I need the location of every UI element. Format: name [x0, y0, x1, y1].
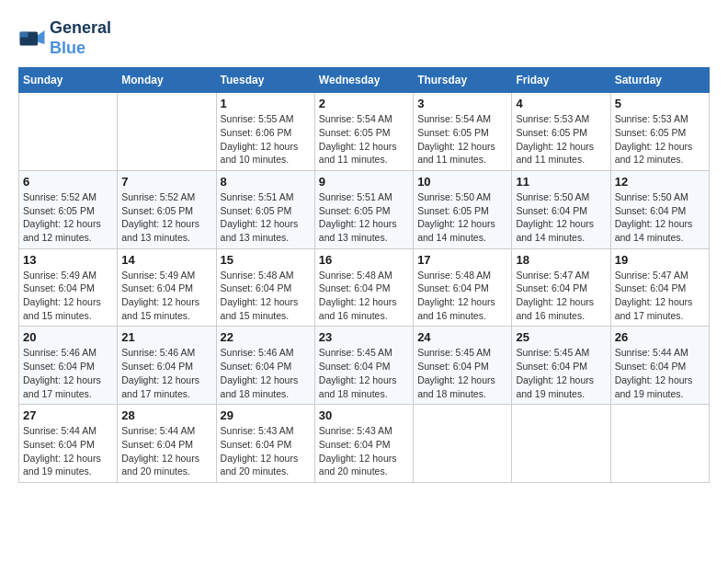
day-info: Sunrise: 5:48 AMSunset: 6:04 PMDaylight:…: [319, 269, 409, 323]
calendar-cell: 2Sunrise: 5:54 AMSunset: 6:05 PMDaylight…: [314, 93, 413, 171]
weekday-friday: Friday: [512, 68, 610, 93]
calendar-body: 1Sunrise: 5:55 AMSunset: 6:06 PMDaylight…: [19, 93, 710, 483]
day-number: 20: [23, 330, 113, 344]
logo-icon: [18, 25, 46, 52]
calendar-cell: 26Sunrise: 5:44 AMSunset: 6:04 PMDayligh…: [610, 327, 709, 405]
calendar-cell: 6Sunrise: 5:52 AMSunset: 6:05 PMDaylight…: [19, 170, 118, 248]
week-row-1: 1Sunrise: 5:55 AMSunset: 6:06 PMDaylight…: [19, 93, 710, 171]
day-number: 2: [319, 97, 409, 110]
calendar-cell: 28Sunrise: 5:44 AMSunset: 6:04 PMDayligh…: [118, 405, 216, 483]
day-info: Sunrise: 5:51 AMSunset: 6:05 PMDaylight:…: [319, 190, 409, 245]
day-number: 27: [23, 408, 113, 422]
calendar-cell: 29Sunrise: 5:43 AMSunset: 6:04 PMDayligh…: [216, 405, 314, 483]
calendar-cell: 11Sunrise: 5:50 AMSunset: 6:04 PMDayligh…: [512, 170, 610, 248]
day-info: Sunrise: 5:45 AMSunset: 6:04 PMDaylight:…: [319, 346, 409, 400]
calendar-cell: 18Sunrise: 5:47 AMSunset: 6:04 PMDayligh…: [512, 248, 610, 327]
day-info: Sunrise: 5:46 AMSunset: 6:04 PMDaylight:…: [221, 346, 311, 400]
calendar-cell: 22Sunrise: 5:46 AMSunset: 6:04 PMDayligh…: [216, 327, 314, 405]
day-number: 17: [417, 253, 507, 267]
day-number: 5: [615, 97, 705, 110]
day-number: 28: [121, 408, 211, 422]
day-number: 24: [417, 330, 507, 344]
day-number: 23: [319, 330, 409, 344]
day-number: 12: [615, 175, 705, 189]
day-number: 4: [516, 97, 606, 110]
calendar-cell: [610, 405, 709, 483]
day-info: Sunrise: 5:47 AMSunset: 6:04 PMDaylight:…: [615, 269, 705, 323]
calendar-cell: 5Sunrise: 5:53 AMSunset: 6:05 PMDaylight…: [610, 93, 709, 171]
day-number: 25: [516, 330, 606, 344]
day-info: Sunrise: 5:45 AMSunset: 6:04 PMDaylight:…: [417, 346, 507, 400]
calendar-cell: [118, 93, 216, 171]
week-row-5: 27Sunrise: 5:44 AMSunset: 6:04 PMDayligh…: [19, 405, 710, 483]
day-info: Sunrise: 5:47 AMSunset: 6:04 PMDaylight:…: [516, 269, 606, 323]
weekday-sunday: Sunday: [19, 68, 118, 93]
calendar-table: SundayMondayTuesdayWednesdayThursdayFrid…: [18, 67, 710, 483]
day-number: 15: [221, 253, 311, 267]
calendar-cell: 9Sunrise: 5:51 AMSunset: 6:05 PMDaylight…: [314, 170, 413, 248]
day-info: Sunrise: 5:44 AMSunset: 6:04 PMDaylight:…: [23, 424, 113, 478]
day-info: Sunrise: 5:43 AMSunset: 6:04 PMDaylight:…: [319, 424, 409, 478]
logo: General Blue: [18, 18, 111, 58]
calendar-cell: [512, 405, 610, 483]
day-info: Sunrise: 5:52 AMSunset: 6:05 PMDaylight:…: [121, 190, 211, 245]
calendar-cell: 17Sunrise: 5:48 AMSunset: 6:04 PMDayligh…: [414, 248, 512, 327]
day-info: Sunrise: 5:44 AMSunset: 6:04 PMDaylight:…: [615, 346, 705, 400]
day-number: 30: [319, 408, 409, 422]
calendar-cell: 14Sunrise: 5:49 AMSunset: 6:04 PMDayligh…: [118, 248, 216, 327]
day-number: 19: [615, 253, 705, 267]
calendar-cell: 15Sunrise: 5:48 AMSunset: 6:04 PMDayligh…: [216, 248, 314, 327]
weekday-header: SundayMondayTuesdayWednesdayThursdayFrid…: [19, 68, 710, 93]
day-info: Sunrise: 5:53 AMSunset: 6:05 PMDaylight:…: [516, 112, 606, 167]
day-info: Sunrise: 5:44 AMSunset: 6:04 PMDaylight:…: [121, 424, 211, 478]
calendar-cell: 30Sunrise: 5:43 AMSunset: 6:04 PMDayligh…: [314, 405, 413, 483]
calendar-cell: 25Sunrise: 5:45 AMSunset: 6:04 PMDayligh…: [512, 327, 610, 405]
calendar-cell: 19Sunrise: 5:47 AMSunset: 6:04 PMDayligh…: [610, 248, 709, 327]
weekday-monday: Monday: [118, 68, 216, 93]
day-number: 29: [221, 408, 311, 422]
day-info: Sunrise: 5:46 AMSunset: 6:04 PMDaylight:…: [23, 346, 113, 400]
day-number: 3: [417, 97, 507, 110]
calendar-cell: 13Sunrise: 5:49 AMSunset: 6:04 PMDayligh…: [19, 248, 118, 327]
svg-rect-2: [20, 31, 28, 37]
calendar-cell: 16Sunrise: 5:48 AMSunset: 6:04 PMDayligh…: [314, 248, 413, 327]
day-number: 1: [221, 97, 311, 110]
day-number: 16: [319, 253, 409, 267]
calendar-cell: [19, 93, 118, 171]
day-number: 22: [221, 330, 311, 344]
calendar-cell: 10Sunrise: 5:50 AMSunset: 6:05 PMDayligh…: [414, 170, 512, 248]
weekday-saturday: Saturday: [610, 68, 709, 93]
day-number: 26: [615, 330, 705, 344]
header: General Blue: [18, 18, 710, 58]
logo-text: General Blue: [50, 18, 111, 58]
week-row-4: 20Sunrise: 5:46 AMSunset: 6:04 PMDayligh…: [19, 327, 710, 405]
day-info: Sunrise: 5:50 AMSunset: 6:05 PMDaylight:…: [417, 190, 507, 245]
day-info: Sunrise: 5:55 AMSunset: 6:06 PMDaylight:…: [221, 112, 311, 167]
day-info: Sunrise: 5:51 AMSunset: 6:05 PMDaylight:…: [221, 190, 311, 245]
day-info: Sunrise: 5:46 AMSunset: 6:04 PMDaylight:…: [121, 346, 211, 400]
day-info: Sunrise: 5:48 AMSunset: 6:04 PMDaylight:…: [221, 269, 311, 323]
calendar-cell: 12Sunrise: 5:50 AMSunset: 6:04 PMDayligh…: [610, 170, 709, 248]
calendar-cell: 1Sunrise: 5:55 AMSunset: 6:06 PMDaylight…: [216, 93, 314, 171]
weekday-tuesday: Tuesday: [216, 68, 314, 93]
day-number: 10: [417, 175, 507, 189]
day-number: 8: [221, 175, 311, 189]
day-number: 21: [121, 330, 211, 344]
calendar-cell: 20Sunrise: 5:46 AMSunset: 6:04 PMDayligh…: [19, 327, 118, 405]
week-row-3: 13Sunrise: 5:49 AMSunset: 6:04 PMDayligh…: [19, 248, 710, 327]
day-info: Sunrise: 5:54 AMSunset: 6:05 PMDaylight:…: [319, 112, 409, 167]
weekday-wednesday: Wednesday: [314, 68, 413, 93]
calendar-cell: 8Sunrise: 5:51 AMSunset: 6:05 PMDaylight…: [216, 170, 314, 248]
day-info: Sunrise: 5:52 AMSunset: 6:05 PMDaylight:…: [23, 190, 113, 245]
day-info: Sunrise: 5:53 AMSunset: 6:05 PMDaylight:…: [615, 112, 705, 167]
day-number: 18: [516, 253, 606, 267]
weekday-thursday: Thursday: [414, 68, 512, 93]
day-number: 14: [121, 253, 211, 267]
day-info: Sunrise: 5:49 AMSunset: 6:04 PMDaylight:…: [23, 269, 113, 323]
day-info: Sunrise: 5:54 AMSunset: 6:05 PMDaylight:…: [417, 112, 507, 167]
calendar-cell: 7Sunrise: 5:52 AMSunset: 6:05 PMDaylight…: [118, 170, 216, 248]
day-number: 11: [516, 175, 606, 189]
day-info: Sunrise: 5:48 AMSunset: 6:04 PMDaylight:…: [417, 269, 507, 323]
day-info: Sunrise: 5:43 AMSunset: 6:04 PMDaylight:…: [221, 424, 311, 478]
calendar-cell: 27Sunrise: 5:44 AMSunset: 6:04 PMDayligh…: [19, 405, 118, 483]
